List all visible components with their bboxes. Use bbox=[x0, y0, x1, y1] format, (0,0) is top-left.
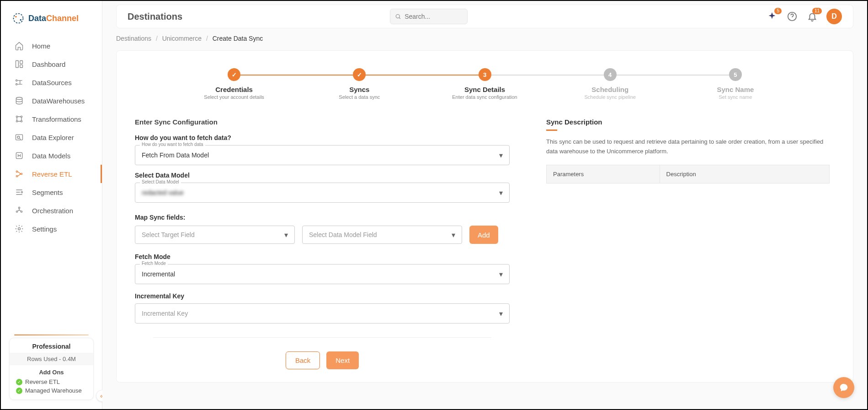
sidebar-item-home[interactable]: Home bbox=[1, 37, 102, 55]
sidebar-item-transformations[interactable]: Transformations bbox=[1, 110, 102, 128]
plan-addon-managed-warehouse: ✓Managed Warehouse bbox=[10, 386, 93, 395]
sidebar-item-label: DataSources bbox=[32, 79, 72, 86]
svg-point-16 bbox=[16, 171, 17, 172]
step-circle-done: ✓ bbox=[353, 68, 366, 81]
svg-point-9 bbox=[16, 116, 17, 117]
orchestration-icon bbox=[15, 206, 24, 215]
main: Destinations 5 11 D Destinations / U bbox=[102, 1, 867, 409]
caret-down-icon: ▾ bbox=[452, 231, 455, 239]
chat-icon bbox=[839, 383, 849, 393]
sidebar-item-segments[interactable]: Segments bbox=[1, 183, 102, 201]
check-icon: ✓ bbox=[16, 388, 22, 394]
step-sync-details[interactable]: 3 Sync Details Enter data sync configura… bbox=[422, 68, 547, 100]
svg-point-6 bbox=[16, 80, 17, 81]
sidebar-item-label: Settings bbox=[32, 225, 57, 233]
sidebar-item-label: Segments bbox=[32, 189, 63, 196]
search-icon bbox=[395, 13, 401, 20]
breadcrumb-destinations[interactable]: Destinations bbox=[116, 35, 151, 42]
fetch-data-select[interactable]: How do you want to fetch data Fetch From… bbox=[135, 145, 510, 165]
svg-point-1 bbox=[15, 16, 17, 18]
sidebar-item-settings[interactable]: Settings bbox=[1, 220, 102, 238]
caret-down-icon: ▾ bbox=[499, 151, 503, 160]
incremental-key-select[interactable]: Incremental Key ▾ bbox=[135, 303, 510, 324]
sidebar-item-data-explorer[interactable]: Data Explorer bbox=[1, 128, 102, 146]
svg-rect-3 bbox=[16, 61, 19, 68]
svg-point-23 bbox=[18, 228, 21, 230]
step-circle-future: 5 bbox=[729, 68, 742, 81]
sync-description-text: This sync can be used to request and ret… bbox=[546, 137, 830, 156]
sidebar-item-label: Transformations bbox=[32, 115, 81, 123]
sidebar-item-label: Reverse ETL bbox=[32, 170, 72, 178]
plan-addons-label: Add Ons bbox=[10, 365, 93, 378]
logo-icon bbox=[12, 12, 25, 25]
warehouse-icon bbox=[15, 96, 24, 105]
svg-point-17 bbox=[21, 173, 22, 174]
add-button[interactable]: Add bbox=[469, 226, 498, 244]
sidebar-item-datasources[interactable]: DataSources bbox=[1, 73, 102, 92]
sidebar-item-data-models[interactable]: Data Models bbox=[1, 146, 102, 165]
svg-point-18 bbox=[16, 175, 17, 177]
fetch-data-label: How do you want to fetch data? bbox=[135, 134, 510, 141]
svg-rect-5 bbox=[20, 65, 23, 68]
help-button[interactable] bbox=[786, 11, 798, 22]
sparkle-badge: 5 bbox=[774, 8, 782, 14]
svg-rect-13 bbox=[16, 135, 23, 140]
step-syncs[interactable]: ✓ Syncs Select a data sync bbox=[297, 68, 422, 100]
explorer-icon bbox=[15, 133, 24, 142]
caret-down-icon: ▾ bbox=[499, 309, 503, 318]
logo-text-2: Channel bbox=[46, 14, 79, 23]
svg-point-24 bbox=[396, 14, 399, 18]
step-circle-done: ✓ bbox=[228, 68, 240, 81]
caret-down-icon: ▾ bbox=[499, 270, 503, 279]
dashboard-icon bbox=[15, 59, 24, 69]
incremental-key-label: Incremental Key bbox=[135, 292, 510, 300]
sidebar-item-dashboard[interactable]: Dashboard bbox=[1, 55, 102, 73]
svg-point-10 bbox=[21, 116, 22, 117]
plan-rows-used: Rows Used - 0.4M bbox=[10, 353, 93, 365]
reverse-etl-icon bbox=[15, 169, 24, 178]
svg-point-20 bbox=[18, 207, 20, 209]
search-box[interactable] bbox=[390, 9, 468, 24]
sidebar-item-label: Data Models bbox=[32, 152, 70, 160]
svg-point-12 bbox=[21, 120, 22, 122]
data-model-field-select[interactable]: Select Data Model Field ▾ bbox=[302, 226, 462, 244]
next-button[interactable]: Next bbox=[326, 351, 359, 369]
svg-point-2 bbox=[20, 19, 22, 21]
sidebar-item-label: Orchestration bbox=[32, 207, 73, 215]
target-field-select[interactable]: Select Target Field ▾ bbox=[135, 226, 295, 244]
sidebar-item-orchestration[interactable]: Orchestration bbox=[1, 201, 102, 220]
logo[interactable]: DataChannel bbox=[1, 1, 102, 33]
sidebar-item-datawarehouses[interactable]: DataWarehouses bbox=[1, 92, 102, 110]
step-credentials[interactable]: ✓ Credentials Select your account detail… bbox=[171, 68, 297, 100]
datasources-icon bbox=[15, 78, 24, 87]
step-circle-active: 3 bbox=[479, 68, 491, 81]
search-input[interactable] bbox=[405, 13, 462, 20]
sidebar-item-reverse-etl[interactable]: Reverse ETL bbox=[1, 165, 102, 183]
chat-button[interactable] bbox=[833, 377, 854, 398]
divider bbox=[153, 337, 491, 338]
sidebar-item-label: Data Explorer bbox=[32, 134, 74, 141]
breadcrumb-current: Create Data Sync bbox=[213, 35, 263, 42]
data-model-select[interactable]: Select Data Model redacted value ▾ bbox=[135, 183, 510, 203]
breadcrumb-unicommerce[interactable]: Unicommerce bbox=[162, 35, 202, 42]
notifications-button[interactable]: 11 bbox=[806, 11, 818, 22]
svg-point-8 bbox=[16, 97, 22, 100]
table-header-parameters: Parameters bbox=[547, 165, 660, 183]
fetch-mode-label: Fetch Mode bbox=[135, 253, 510, 260]
sparkle-button[interactable]: 5 bbox=[766, 11, 778, 22]
step-circle-future: 4 bbox=[604, 68, 617, 81]
map-fields-label: Map Sync fields: bbox=[135, 214, 510, 221]
caret-down-icon: ▾ bbox=[499, 189, 503, 197]
notifications-badge: 11 bbox=[812, 8, 822, 14]
content-card: ✓ Credentials Select your account detail… bbox=[116, 50, 853, 383]
plan-addon-reverse-etl: ✓Reverse ETL bbox=[10, 378, 93, 386]
sidebar: DataChannel Home Dashboard DataSources D… bbox=[1, 1, 102, 409]
step-scheduling: 4 Scheduling Schedule sync pipeline bbox=[548, 68, 673, 100]
svg-point-19 bbox=[21, 191, 22, 193]
table-header-description: Description bbox=[660, 165, 829, 183]
fetch-mode-select[interactable]: Fetch Mode Incremental ▾ bbox=[135, 264, 510, 284]
home-icon bbox=[15, 41, 24, 50]
back-button[interactable]: Back bbox=[286, 351, 320, 369]
logo-text-1: Data bbox=[28, 14, 46, 23]
avatar[interactable]: D bbox=[826, 9, 842, 24]
